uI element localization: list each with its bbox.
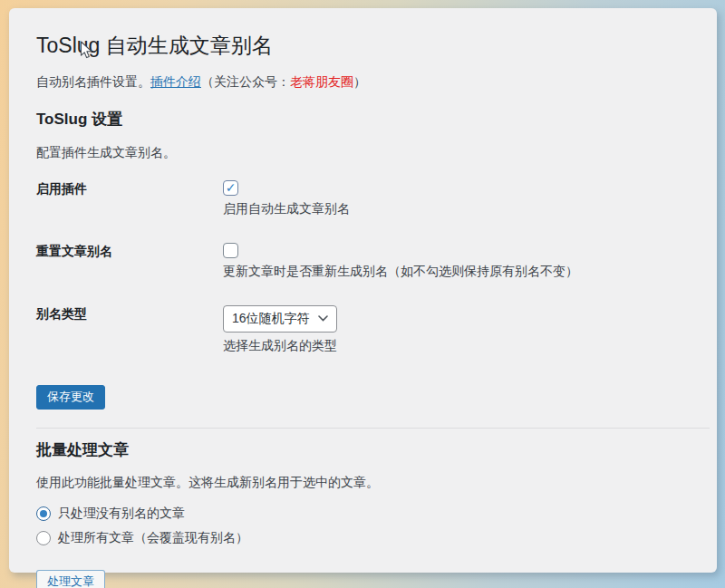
all-posts-label[interactable]: 处理所有文章（会覆盖现有别名） [58,530,248,546]
slug-type-selected-value: 16位随机字符 [232,311,310,327]
batch-section-description: 使用此功能批量处理文章。这将生成新别名用于选中的文章。 [36,474,690,492]
process-posts-button[interactable]: 处理文章 [36,570,105,588]
official-account-name: 老蒋朋友圈 [290,74,353,89]
slug-type-description: 选择生成别名的类型 [223,337,690,354]
reset-slug-control: ✓ 更新文章时是否重新生成别名（如不勾选则保持原有别名不变） [223,243,690,280]
plugin-subtitle: 自动别名插件设置。插件介绍（关注公众号：老蒋朋友圈） [36,73,690,92]
plugin-intro-link[interactable]: 插件介绍 [150,74,201,89]
enable-plugin-label: 启用插件 [36,180,223,217]
section-divider [36,428,710,429]
enable-plugin-control: ✓ 启用自动生成文章别名 [223,180,690,217]
radio-row-only-without-slug: 只处理没有别名的文章 [36,506,690,522]
reset-slug-checkbox[interactable]: ✓ [223,243,238,258]
slug-type-control: 16位随机字符 选择生成别名的类型 [223,305,690,354]
settings-page-panel: ToSlug 自动生成文章别名 自动别名插件设置。插件介绍（关注公众号：老蒋朋友… [9,8,717,573]
enable-plugin-checkbox[interactable]: ✓ [223,180,238,196]
reset-slug-label: 重置文章别名 [36,243,223,280]
reset-slug-description: 更新文章时是否重新生成别名（如不勾选则保持原有别名不变） [223,263,690,280]
settings-form: 启用插件 ✓ 启用自动生成文章别名 重置文章别名 ✓ 更新文章时是否重新生成别名… [36,180,690,354]
subtitle-text: 自动别名插件设置。 [36,74,150,89]
slug-type-select[interactable]: 16位随机字符 [223,305,337,333]
radio-dot [40,510,47,517]
form-row-slug-type: 别名类型 16位随机字符 选择生成别名的类型 [36,305,690,354]
form-row-enable-plugin: 启用插件 ✓ 启用自动生成文章别名 [36,180,690,217]
only-without-slug-label[interactable]: 只处理没有别名的文章 [58,506,185,522]
only-without-slug-radio[interactable] [36,506,51,521]
save-changes-button[interactable]: 保存更改 [36,385,105,410]
settings-section-description: 配置插件生成文章别名。 [36,144,690,162]
slug-type-label: 别名类型 [36,305,223,354]
note-prefix: （关注公众号： [201,74,290,89]
checkmark-icon: ✓ [226,181,237,194]
settings-section-heading: ToSlug 设置 [36,110,690,130]
page-title: ToSlug 自动生成文章别名 [36,33,690,60]
batch-section-heading: 批量处理文章 [36,440,690,460]
radio-row-all-posts: 处理所有文章（会覆盖现有别名） [36,530,690,546]
note-suffix: ） [353,74,366,89]
all-posts-radio[interactable] [36,531,51,545]
enable-plugin-description: 启用自动生成文章别名 [223,200,690,217]
chevron-down-icon [318,315,328,322]
form-row-reset-slug: 重置文章别名 ✓ 更新文章时是否重新生成别名（如不勾选则保持原有别名不变） [36,243,690,280]
